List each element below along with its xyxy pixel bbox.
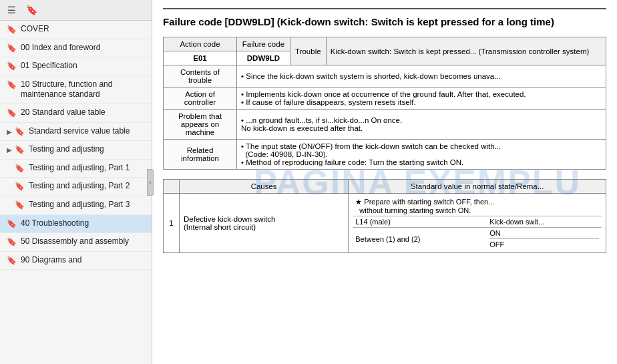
sidebar-item-testing-part3[interactable]: 🔖 Testing and adjusting, Part 3: [0, 196, 152, 215]
causes-header-num: [164, 180, 180, 194]
bookmark-nav-icon: 🔖: [7, 256, 17, 266]
bookmark-nav-icon: 🔖: [15, 127, 25, 138]
sidebar-item-cover[interactable]: 🔖 COVER: [0, 21, 152, 39]
bookmark-nav-icon: 🔖: [7, 219, 17, 230]
expand-icon: ▶: [7, 146, 12, 154]
bookmark-nav-icon: 🔖: [15, 164, 25, 174]
contents-trouble-value: • Since the kick-down switch system is s…: [237, 65, 606, 87]
sidebar-item-00[interactable]: 🔖 00 Index and foreword: [0, 39, 152, 58]
bookmark-nav-icon: 🔖: [7, 80, 17, 91]
sidebar-item-10[interactable]: 🔖 10 Structure, function and maintenance…: [0, 76, 152, 104]
problem-machine-label: Problem that appears on machine: [164, 110, 237, 140]
sidebar-item-testing-part1[interactable]: 🔖 Testing and adjusting, Part 1: [0, 160, 152, 178]
sidebar-item-label: Testing and adjusting: [29, 144, 146, 155]
expand-icon: ▶: [7, 128, 12, 136]
bookmark-nav-icon: 🔖: [15, 145, 25, 156]
header-trouble: Trouble: [290, 37, 326, 65]
sub-row-onoff: ON OFF: [487, 228, 602, 250]
bookmark-nav-icon: 🔖: [7, 25, 17, 35]
menu-icon[interactable]: ☰: [4, 3, 19, 17]
causes-table: Causes Standard value in normal state/Re…: [163, 179, 606, 253]
page-title: Failure code [DDW9LD] (Kick-down switch:…: [163, 15, 606, 29]
sidebar-item-label: 10 Structure, function and maintenance s…: [21, 79, 146, 100]
sidebar-item-label: 90 Diagrams and: [21, 255, 146, 266]
table-row: Contents oftrouble • Since the kick-down…: [164, 65, 606, 87]
sidebar-toolbar: ☰ 🔖: [0, 0, 152, 21]
failure-code-value: DDW9LD: [237, 51, 290, 65]
bookmark-nav-icon: 🔖: [7, 61, 17, 72]
header-action-code: Action code: [164, 37, 237, 51]
sub-row-switch: Kick-down swit...: [487, 216, 602, 228]
cause-standard-values: ★ Prepare with starting switch OFF, then…: [349, 194, 606, 253]
sidebar-item-label: Testing and adjusting, Part 3: [29, 200, 146, 210]
table-row: Action ofcontroller • Implements kick-do…: [164, 87, 606, 110]
sidebar-item-standard-service[interactable]: ▶ 🔖 Standard service value table: [0, 123, 152, 142]
sub-row-between: Between (1) and (2): [353, 228, 487, 250]
sidebar-item-label: 20 Standard value table: [21, 108, 146, 118]
sidebar-item-90-diagrams[interactable]: 🔖 90 Diagrams and: [0, 252, 152, 270]
action-controller-value: • Implements kick-down once at occurrenc…: [237, 87, 606, 110]
header-trouble-desc: Kick-down switch: Switch is kept pressed…: [326, 37, 606, 65]
problem-machine-value: • ...n ground fault...ts, if si...kick-d…: [237, 110, 606, 140]
sidebar-item-testing-part2[interactable]: 🔖 Testing and adjusting, Part 2: [0, 178, 152, 196]
bookmark-nav-icon: 🔖: [15, 182, 25, 192]
bookmark-icon[interactable]: 🔖: [24, 3, 39, 17]
sidebar-item-label: Testing and adjusting, Part 1: [29, 163, 146, 174]
sidebar-item-label: 01 Specification: [21, 61, 146, 71]
sidebar-item-50-disassembly[interactable]: 🔖 50 Disassembly and assembly: [0, 233, 152, 252]
sub-row-connector: L14 (male): [353, 216, 487, 228]
related-info-label: Relatedinformation: [164, 140, 237, 170]
info-table: Action code Failure code Trouble Kick-do…: [163, 37, 606, 170]
bookmark-nav-icon: 🔖: [7, 108, 17, 119]
causes-header-causes: Causes: [180, 180, 349, 194]
cause-description: Defective kick-down switch(Internal shor…: [180, 194, 349, 253]
sub-row-prepare: ★ Prepare with starting switch OFF, then…: [353, 196, 602, 216]
sidebar-collapse-button[interactable]: ‹: [147, 169, 154, 196]
sidebar-item-label: 00 Index and foreword: [21, 43, 146, 53]
header-failure-code: Failure code: [237, 37, 290, 51]
bookmark-nav-icon: 🔖: [15, 200, 25, 211]
sidebar-item-01[interactable]: 🔖 01 Specification: [0, 57, 152, 76]
table-row: Problem that appears on machine • ...n g…: [164, 110, 606, 140]
sidebar-item-20[interactable]: 🔖 20 Standard value table: [0, 104, 152, 123]
contents-trouble-label: Contents oftrouble: [164, 65, 237, 87]
action-controller-label: Action ofcontroller: [164, 87, 237, 110]
table-row: 1 Defective kick-down switch(Internal sh…: [164, 194, 606, 253]
action-code-value: E01: [164, 51, 237, 65]
sidebar-item-label: 50 Disassembly and assembly: [21, 236, 146, 247]
sidebar-item-40-trouble[interactable]: 🔖 40 Troubleshooting: [0, 215, 152, 234]
sidebar-item-label: Testing and adjusting, Part 2: [29, 181, 146, 192]
related-info-value: • The input state (ON/OFF) from the kick…: [237, 140, 606, 170]
sidebar: ☰ 🔖 🔖 COVER 🔖 00 Index and foreword 🔖 01…: [0, 0, 152, 364]
bookmark-nav-icon: 🔖: [7, 237, 17, 248]
sidebar-item-label: 40 Troubleshooting: [21, 218, 146, 229]
sidebar-item-testing-adjusting[interactable]: ▶ 🔖 Testing and adjusting: [0, 141, 152, 160]
table-row: Relatedinformation • The input state (ON…: [164, 140, 606, 170]
cause-num: 1: [164, 194, 180, 253]
sidebar-item-label: COVER: [21, 24, 146, 35]
sidebar-item-label: Standard service value table: [29, 126, 146, 137]
bookmark-nav-icon: 🔖: [7, 43, 17, 54]
causes-header-standard: Standard value in normal state/Rema...: [349, 180, 606, 194]
main-content: PAGINA EXEMPLU Failure code [DDW9LD] (Ki…: [152, 0, 617, 364]
